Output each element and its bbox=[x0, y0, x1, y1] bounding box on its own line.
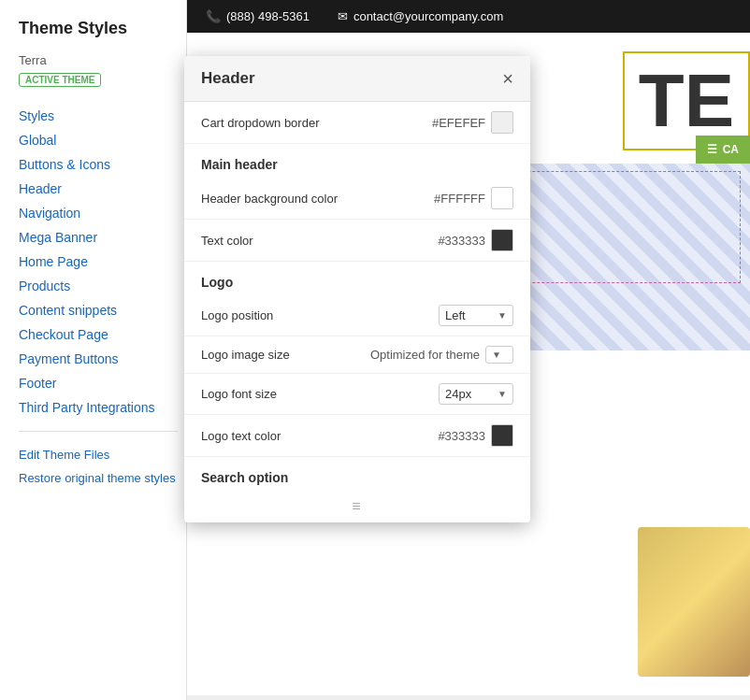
logo-font-size-dropdown[interactable]: 24px ▼ bbox=[439, 383, 513, 405]
logo-image-size-text: Optimized for theme bbox=[370, 348, 480, 362]
cart-dropdown-border-swatch[interactable] bbox=[491, 111, 513, 134]
modal-drag-handle[interactable]: ≡ bbox=[184, 491, 530, 522]
logo-image-size-dropdown[interactable]: ▼ bbox=[485, 346, 513, 364]
main-header-section-label: Main header bbox=[184, 144, 530, 178]
modal-header: Header × bbox=[184, 56, 530, 102]
logo-section-label: Logo bbox=[184, 262, 530, 295]
modal-close-button[interactable]: × bbox=[502, 69, 513, 88]
logo-image-size-value: Optimized for theme ▼ bbox=[370, 346, 513, 364]
logo-text-color-row: Logo text color #333333 bbox=[184, 415, 530, 457]
logo-position-dropdown[interactable]: Left ▼ bbox=[439, 305, 513, 326]
logo-text-color-label: Logo text color bbox=[201, 429, 438, 443]
text-color-text: #333333 bbox=[438, 234, 485, 248]
header-background-color-value: #FFFFFF bbox=[434, 187, 513, 209]
logo-position-row: Logo position Left ▼ bbox=[184, 295, 530, 336]
logo-font-size-label: Logo font size bbox=[201, 387, 439, 401]
modal-body: Cart dropdown border #EFEFEF Main header… bbox=[184, 102, 530, 522]
logo-text-color-swatch[interactable] bbox=[491, 424, 513, 447]
logo-font-size-arrow-icon: ▼ bbox=[498, 389, 507, 399]
modal-overlay: Header × Cart dropdown border #EFEFEF Ma… bbox=[0, 0, 750, 700]
header-settings-modal: Header × Cart dropdown border #EFEFEF Ma… bbox=[184, 56, 530, 522]
header-background-color-label: Header background color bbox=[201, 192, 434, 206]
logo-font-size-row: Logo font size 24px ▼ bbox=[184, 374, 530, 415]
header-background-color-swatch[interactable] bbox=[491, 187, 513, 209]
cart-dropdown-border-value: #EFEFEF bbox=[432, 111, 513, 134]
logo-font-size-value: 24px ▼ bbox=[439, 383, 513, 405]
logo-position-value: Left ▼ bbox=[439, 305, 513, 326]
text-color-row: Text color #333333 bbox=[184, 220, 530, 262]
logo-position-arrow-icon: ▼ bbox=[498, 310, 507, 321]
logo-image-size-label: Logo image size bbox=[201, 348, 370, 362]
logo-position-selected: Left bbox=[445, 308, 466, 322]
logo-position-label: Logo position bbox=[201, 308, 439, 322]
text-color-label: Text color bbox=[201, 234, 438, 248]
logo-text-color-text: #333333 bbox=[438, 429, 485, 443]
logo-image-size-arrow-icon: ▼ bbox=[492, 350, 501, 360]
cart-dropdown-border-row: Cart dropdown border #EFEFEF bbox=[184, 102, 530, 144]
cart-dropdown-border-color-text: #EFEFEF bbox=[432, 116, 485, 130]
search-option-section-label: Search option bbox=[184, 457, 530, 491]
header-background-color-text: #FFFFFF bbox=[434, 192, 485, 206]
logo-text-color-value: #333333 bbox=[438, 424, 513, 447]
header-background-color-row: Header background color #FFFFFF bbox=[184, 178, 530, 220]
text-color-value: #333333 bbox=[438, 229, 513, 251]
drag-handle-icon: ≡ bbox=[352, 498, 362, 515]
logo-font-size-selected: 24px bbox=[445, 387, 471, 401]
logo-image-size-row: Logo image size Optimized for theme ▼ bbox=[184, 336, 530, 374]
cart-dropdown-border-label: Cart dropdown border bbox=[201, 116, 432, 130]
text-color-swatch[interactable] bbox=[491, 229, 513, 251]
modal-title: Header bbox=[201, 69, 255, 88]
